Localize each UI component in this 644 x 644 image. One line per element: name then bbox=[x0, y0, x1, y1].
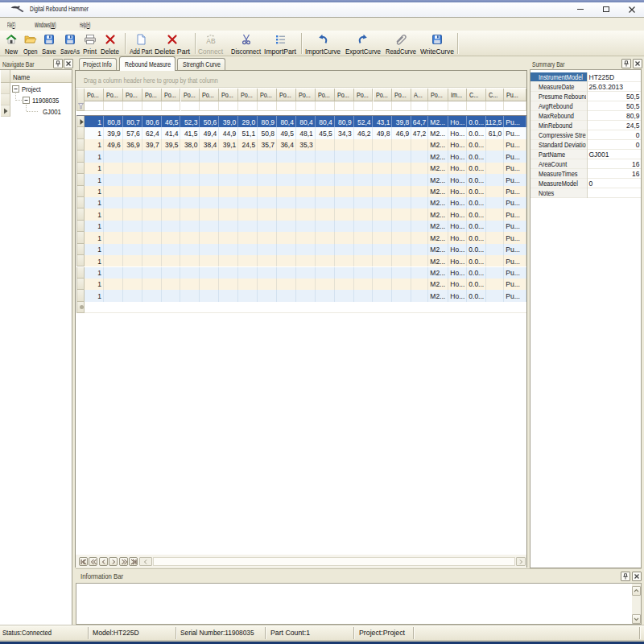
svg-text:AB: AB bbox=[206, 37, 216, 45]
